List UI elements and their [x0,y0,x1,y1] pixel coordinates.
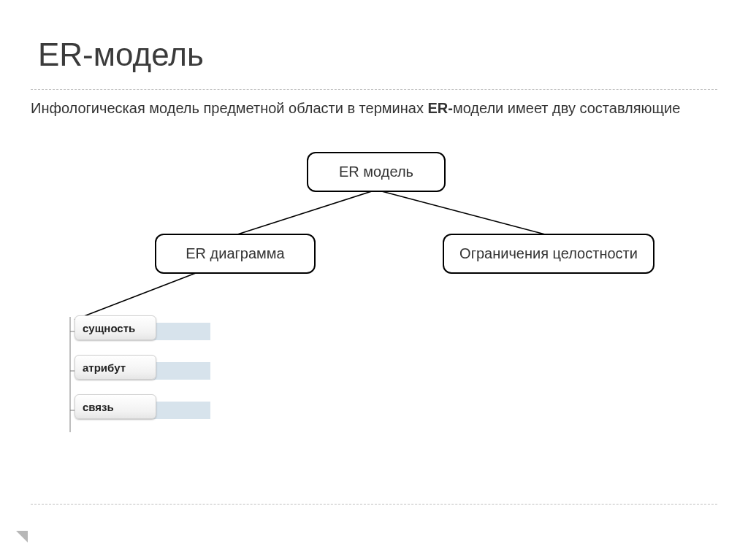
description: Инфологическая модель предметной области… [31,99,717,118]
node-er-diagram: ER диаграмма [155,234,316,274]
subitem-attribute: атрибут [75,355,156,380]
description-bold: ER- [427,100,452,116]
subitem-row: атрибут [75,355,212,384]
node-integrity-constraints: Ограничения целостности [443,234,654,274]
description-post: модели имеет дву составляющие [453,100,680,116]
corner-icon [16,531,28,542]
svg-line-2 [75,273,196,320]
subitem-relation: связь [75,394,156,419]
node-root: ER модель [307,152,446,192]
description-pre: Инфологическая модель предметной области… [31,100,427,116]
connectors [0,0,748,560]
subitem-row: сущность [75,315,212,345]
subitem-row: связь [75,394,212,423]
svg-line-0 [235,190,376,235]
subitem-entity: сущность [75,315,156,340]
divider-bottom [31,504,717,505]
svg-line-1 [376,190,548,235]
slide: ER-модель Инфологическая модель предметн… [0,0,748,560]
subitems-list: сущность атрибут связь [75,315,212,434]
divider-top [31,89,717,90]
slide-title: ER-модель [38,37,204,73]
